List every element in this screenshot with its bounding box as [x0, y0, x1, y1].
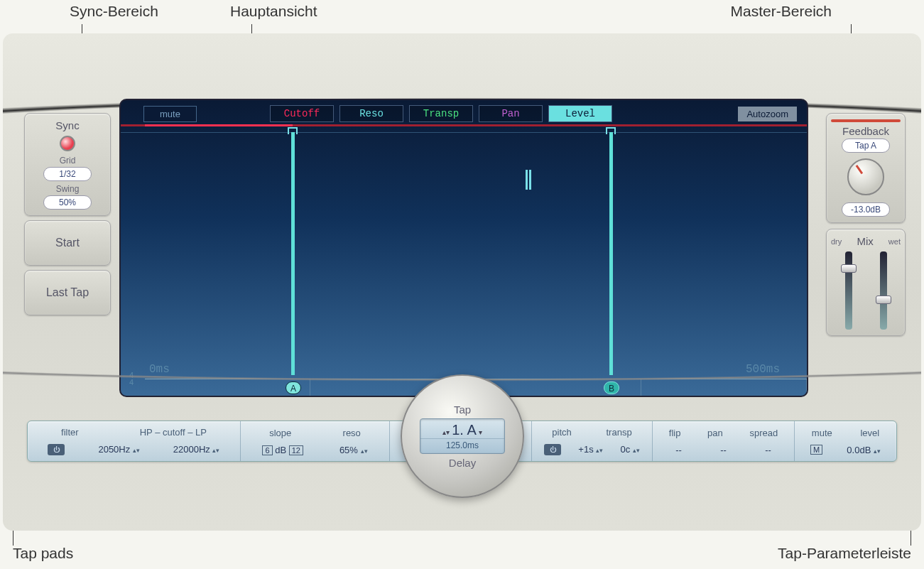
mix-box: dry Mix wet [826, 229, 906, 336]
mix-title: Mix [857, 235, 873, 247]
tab-cutoff[interactable]: Cutoff [270, 105, 334, 122]
sync-title: Sync [29, 119, 106, 131]
tab-reso[interactable]: Reso [339, 105, 403, 122]
feedback-db[interactable]: -13.0dB [842, 202, 890, 217]
tab-pan[interactable]: Pan [479, 105, 543, 122]
dial-value-box[interactable]: ▴▾ 1. A ▾ 125.0ms [420, 418, 505, 454]
tap-b-line[interactable] [609, 132, 613, 375]
tab-level[interactable]: Level [548, 105, 612, 122]
wet-slider-thumb[interactable] [876, 296, 891, 304]
feedback-knob[interactable] [847, 158, 884, 195]
pitch-value[interactable]: +1s [578, 444, 593, 455]
tap-marker-a[interactable]: A [286, 381, 301, 394]
annotation-master: Master-Bereich [731, 3, 832, 20]
feedback-box: Feedback Tap A -13.0dB [826, 113, 906, 223]
tap-a-line[interactable] [291, 132, 295, 375]
mix-wet-label: wet [888, 237, 901, 246]
feedback-title: Feedback [831, 125, 901, 137]
hp-cutoff-lp-label: HP – cutoff – LP [140, 427, 207, 438]
slope-12-button[interactable]: 12 [289, 445, 303, 455]
dial-bottom-label: Delay [449, 457, 476, 469]
mute-tab[interactable]: mute [143, 106, 197, 122]
spread-label: spread [749, 428, 778, 438]
filter-power-button[interactable]: ⏻ [48, 444, 65, 455]
tap-delay-dial[interactable]: Tap ▴▾ 1. A ▾ 125.0ms Delay [401, 374, 524, 498]
spread-value[interactable]: -- [765, 445, 771, 455]
tab-transp[interactable]: Transp [409, 105, 473, 122]
swing-value[interactable]: 50% [43, 195, 92, 210]
start-label: Start [29, 237, 106, 249]
level-indicator [526, 170, 533, 190]
lasttap-pad[interactable]: Last Tap [24, 270, 111, 315]
reso-label: reso [343, 428, 361, 438]
annotation-mainview: Hauptansicht [230, 3, 317, 20]
main-display[interactable]: mute Cutoff Reso Transp Pan Level Autozo… [119, 99, 808, 397]
time-start-label: 0ms [149, 363, 170, 376]
slope-label: slope [269, 428, 291, 438]
annotation-tappads: Tap pads [13, 545, 73, 562]
annotation-paramleiste: Tap-Parameterleiste [778, 545, 911, 562]
redline-active [145, 124, 293, 126]
pitch-label: pitch [552, 427, 571, 438]
dial-main-value[interactable]: 1. A [452, 422, 476, 438]
dry-slider-thumb[interactable] [841, 264, 857, 273]
slope-6-button[interactable]: 6 [262, 445, 272, 455]
pan-value[interactable]: -- [720, 445, 727, 455]
lasttap-label: Last Tap [29, 286, 106, 299]
level-value[interactable]: 0.0dB [847, 445, 871, 455]
grid-value[interactable]: 1/32 [43, 167, 92, 181]
tap-marker-b[interactable]: B [604, 381, 619, 394]
plugin-frame: Sync Grid 1/32 Swing 50% Start Last Tap … [3, 33, 921, 531]
sync-box: Sync Grid 1/32 Swing 50% [24, 113, 111, 216]
midline [121, 132, 807, 133]
annotation-sync: Sync-Bereich [70, 3, 158, 20]
level-label: level [860, 428, 879, 438]
mix-dry-label: dry [831, 237, 842, 246]
flip-value[interactable]: -- [675, 445, 682, 455]
swing-label: Swing [29, 184, 106, 194]
slope-unit: dB [275, 445, 286, 455]
master-section: Feedback Tap A -13.0dB dry Mix wet [826, 113, 906, 336]
mute-button[interactable]: M [810, 445, 822, 455]
sync-section: Sync Grid 1/32 Swing 50% Start Last Tap [24, 113, 111, 315]
transp-value[interactable]: 0c [621, 444, 631, 455]
dry-slider[interactable] [845, 251, 852, 330]
mute-label: mute [812, 428, 832, 438]
time-end-label: 500ms [746, 363, 780, 376]
grid-label: Grid [29, 156, 106, 166]
hp-value[interactable]: 2050Hz [98, 444, 130, 455]
dial-sub-value[interactable]: 125.0ms [420, 438, 504, 450]
transp-label: transp [607, 427, 632, 438]
feedback-accent [831, 119, 901, 122]
time-signature: 44 [129, 372, 134, 386]
autozoom-button[interactable]: Autozoom [738, 107, 797, 121]
start-pad[interactable]: Start [24, 220, 111, 266]
pitch-power-button[interactable]: ⏻ [544, 444, 561, 455]
pan-label: pan [707, 428, 723, 438]
feedback-tap-select[interactable]: Tap A [842, 139, 890, 153]
flip-label: flip [669, 428, 681, 438]
wet-slider[interactable] [880, 251, 887, 330]
lp-value[interactable]: 22000Hz [173, 444, 210, 455]
dial-top-label: Tap [454, 403, 471, 416]
sync-led-button[interactable] [60, 136, 75, 151]
display-tab-row: mute Cutoff Reso Transp Pan Level Autozo… [121, 104, 807, 123]
filter-label: filter [61, 427, 79, 438]
param-tabs: Cutoff Reso Transp Pan Level [270, 105, 612, 122]
reso-value[interactable]: 65% [339, 445, 358, 455]
